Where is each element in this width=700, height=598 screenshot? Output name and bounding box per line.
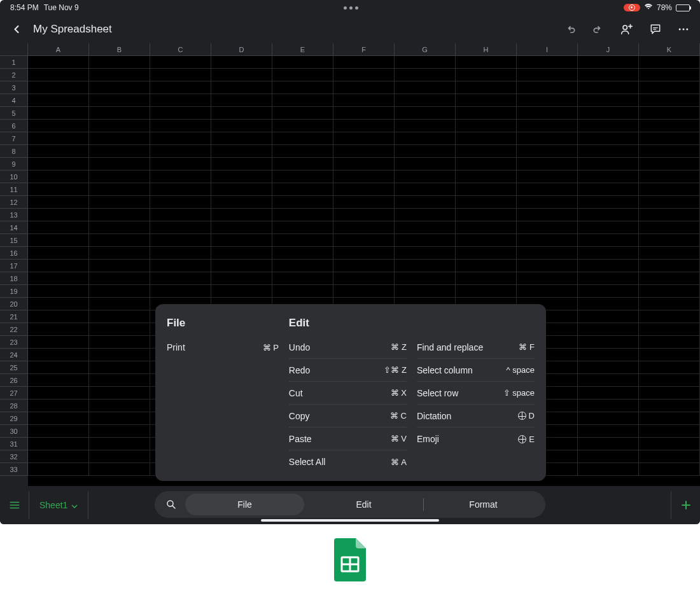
cell[interactable] (639, 387, 700, 400)
shortcut-item[interactable]: Redo⇧⌘ Z (289, 359, 407, 382)
cell[interactable] (395, 145, 456, 158)
row-header[interactable]: 10 (0, 170, 28, 183)
row-header[interactable]: 30 (0, 425, 28, 438)
cell[interactable] (517, 272, 578, 285)
cell[interactable] (28, 107, 89, 120)
cell[interactable] (578, 349, 639, 361)
cell[interactable] (333, 170, 395, 183)
shortcut-item[interactable]: Find and replace⌘ F (417, 336, 535, 359)
cell[interactable] (456, 234, 517, 247)
cell[interactable] (89, 285, 150, 298)
shortcut-item[interactable]: Select column^ space (417, 359, 535, 382)
row-header[interactable]: 32 (0, 450, 28, 463)
cell[interactable] (578, 56, 639, 69)
cell[interactable] (28, 438, 89, 450)
cell[interactable] (89, 272, 150, 285)
cell[interactable] (639, 247, 700, 260)
search-button[interactable] (157, 499, 185, 510)
row-header[interactable]: 14 (0, 221, 28, 234)
row-header[interactable]: 17 (0, 260, 28, 272)
cell[interactable] (28, 56, 89, 69)
cell[interactable] (28, 209, 89, 221)
cell[interactable] (150, 81, 211, 94)
cell[interactable] (333, 158, 395, 170)
cell[interactable] (28, 450, 89, 463)
cell[interactable] (639, 285, 700, 298)
cell[interactable] (333, 132, 395, 145)
cell[interactable] (578, 183, 639, 196)
row-header[interactable]: 20 (0, 298, 28, 310)
cell[interactable] (28, 234, 89, 247)
cell[interactable] (639, 94, 700, 107)
cell[interactable] (333, 145, 395, 158)
cell[interactable] (639, 69, 700, 81)
cell[interactable] (28, 260, 89, 272)
row-header[interactable]: 27 (0, 387, 28, 400)
cell[interactable] (517, 132, 578, 145)
cell[interactable] (639, 400, 700, 412)
shortcut-item[interactable]: Cut⌘ X (289, 382, 407, 405)
cell[interactable] (28, 412, 89, 425)
column-header[interactable]: H (456, 43, 517, 56)
cell[interactable] (639, 425, 700, 438)
cell[interactable] (578, 170, 639, 183)
cell[interactable] (517, 81, 578, 94)
cell[interactable] (272, 145, 333, 158)
cell[interactable] (639, 221, 700, 234)
cell[interactable] (639, 132, 700, 145)
shortcut-item[interactable]: EmojiE (417, 428, 535, 450)
cell[interactable] (211, 145, 272, 158)
cell[interactable] (272, 247, 333, 260)
cell[interactable] (272, 94, 333, 107)
cell[interactable] (28, 81, 89, 94)
cell[interactable] (333, 285, 395, 298)
cell[interactable] (639, 450, 700, 463)
shortcut-item[interactable]: Copy⌘ C (289, 405, 407, 428)
cell[interactable] (272, 234, 333, 247)
cell[interactable] (211, 272, 272, 285)
add-sheet-button[interactable] (671, 491, 700, 519)
cell[interactable] (272, 196, 333, 209)
cell[interactable] (150, 234, 211, 247)
cell[interactable] (578, 272, 639, 285)
cell[interactable] (211, 120, 272, 132)
cell[interactable] (28, 425, 89, 438)
cell[interactable] (333, 260, 395, 272)
cell[interactable] (639, 361, 700, 374)
cell[interactable] (333, 56, 395, 69)
row-header[interactable]: 6 (0, 120, 28, 132)
cell[interactable] (272, 285, 333, 298)
row-header[interactable]: 19 (0, 285, 28, 298)
cell[interactable] (639, 120, 700, 132)
row-header[interactable]: 21 (0, 310, 28, 323)
cell[interactable] (150, 145, 211, 158)
cell[interactable] (150, 120, 211, 132)
row-header[interactable]: 5 (0, 107, 28, 120)
cell[interactable] (28, 387, 89, 400)
cell[interactable] (272, 272, 333, 285)
cell[interactable] (456, 145, 517, 158)
cell[interactable] (89, 81, 150, 94)
cell[interactable] (150, 260, 211, 272)
cell[interactable] (272, 221, 333, 234)
cell[interactable] (639, 438, 700, 450)
cell[interactable] (28, 221, 89, 234)
cell[interactable] (89, 196, 150, 209)
cell[interactable] (639, 145, 700, 158)
cell[interactable] (333, 234, 395, 247)
cell[interactable] (211, 221, 272, 234)
cell[interactable] (639, 272, 700, 285)
column-header[interactable]: F (333, 43, 395, 56)
cell[interactable] (272, 260, 333, 272)
tab-format[interactable]: Format (424, 494, 543, 515)
cell[interactable] (517, 170, 578, 183)
cell[interactable] (89, 412, 150, 425)
cell[interactable] (578, 425, 639, 438)
row-header[interactable]: 25 (0, 361, 28, 374)
cell[interactable] (211, 183, 272, 196)
cell[interactable] (456, 120, 517, 132)
cell[interactable] (89, 310, 150, 323)
cell[interactable] (517, 196, 578, 209)
cell[interactable] (517, 260, 578, 272)
cell[interactable] (456, 94, 517, 107)
